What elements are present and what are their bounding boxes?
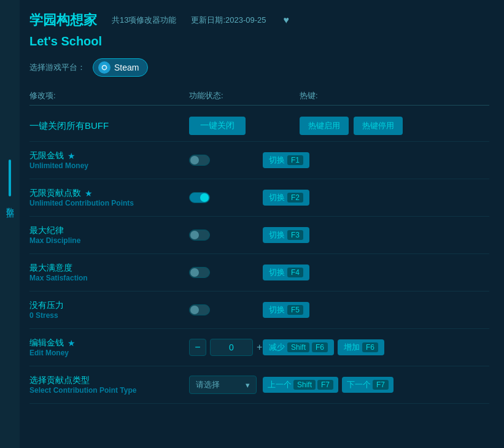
platform-btn-label: Steam <box>114 63 139 72</box>
mod-name-zh-0: 无限金钱★ <box>29 150 189 161</box>
mod-name-en-2: Max Discipline <box>29 236 189 245</box>
buff-action-button[interactable]: 一键关闭 <box>189 117 246 135</box>
th-mod: 修改项: <box>29 90 189 101</box>
mod-row-1: 无限贡献点数★Unlimited Contribution Points切换F2 <box>29 179 489 217</box>
edit-money-increase-hotkey[interactable]: 增加 F6 <box>338 339 384 355</box>
mod-toggle-0[interactable] <box>189 155 210 166</box>
sidebar-bar <box>9 160 11 196</box>
platform-steam-button[interactable]: Steam <box>93 58 148 77</box>
edit-money-input-group: − + <box>189 339 263 356</box>
mod-toggle-4[interactable] <box>189 304 210 315</box>
sidebar-label: 数据 <box>4 201 15 206</box>
mod-toggle-2[interactable] <box>189 230 210 241</box>
buff-hotkey-group: 热键启用 热键停用 <box>300 117 489 135</box>
mod-hotkeys-1: 切换F2 <box>263 190 489 206</box>
mod-row-2: 最大纪律Max Discipline切换F3 <box>29 217 489 254</box>
mod-hotkey-btn-2[interactable]: 切换F3 <box>263 227 309 243</box>
mod-name-zh-1: 无限贡献点数★ <box>29 188 189 199</box>
f6-badge-2: F6 <box>362 342 378 352</box>
mod-toggle-wrap-3 <box>189 267 263 278</box>
mod-hotkeys-4: 切换F5 <box>263 302 489 318</box>
header: 学园构想家 共13项修改器功能 更新日期:2023-09-25 ♥ <box>29 11 489 29</box>
select-contribution-name-block: 选择贡献点类型 Select Contribution Point Type <box>29 375 189 395</box>
f7-badge-1: F7 <box>317 380 333 390</box>
app-subtitle: Let's School <box>29 34 489 48</box>
mod-name-block-2: 最大纪律Max Discipline <box>29 225 189 245</box>
shift-badge-1: Shift <box>287 342 309 352</box>
mod-hotkeys-2: 切换F3 <box>263 227 489 243</box>
mod-toggle-knob-2 <box>190 231 199 239</box>
mod-star-icon-0: ★ <box>68 151 76 161</box>
edit-money-decrease-hotkey[interactable]: 减少 Shift F6 <box>263 339 334 355</box>
mod-name-zh-2: 最大纪律 <box>29 225 189 236</box>
th-hotkey: 热键: <box>300 90 489 101</box>
mod-name-block-1: 无限贡献点数★Unlimited Contribution Points <box>29 188 189 207</box>
shift-badge-2: Shift <box>293 380 316 390</box>
hotkey-enable-button[interactable]: 热键启用 <box>300 117 349 135</box>
mod-key-badge-0: F1 <box>287 155 303 165</box>
contribution-dropdown[interactable]: 请选择 ▾ <box>189 376 257 394</box>
sidebar: 数据 <box>0 0 20 448</box>
hotkey-disable-button[interactable]: 热键停用 <box>354 117 403 135</box>
mod-toggle-wrap-4 <box>189 304 263 315</box>
mod-toggle-1[interactable] <box>189 192 210 203</box>
edit-money-row: 编辑金钱 ★ Edit Money − + 减少 Shift F6 增加 F6 <box>29 329 489 366</box>
app-title: 学园构想家 <box>29 11 97 29</box>
select-contribution-hotkeys: 上一个 Shift F7 下一个 F7 <box>263 377 489 393</box>
chevron-down-icon: ▾ <box>246 380 250 390</box>
mod-name-block-0: 无限金钱★Unlimited Money <box>29 150 189 170</box>
mod-toggle-knob-3 <box>190 268 199 277</box>
select-contribution-select-group: 请选择 ▾ <box>189 376 263 394</box>
mod-name-block-4: 没有压力0 Stress <box>29 300 189 320</box>
mod-row-4: 没有压力0 Stress切换F5 <box>29 292 489 329</box>
mod-rows: 无限金钱★Unlimited Money切换F1无限贡献点数★Unlimited… <box>29 142 489 329</box>
select-contribution-en: Select Contribution Point Type <box>29 386 189 395</box>
mod-name-en-3: Max Satisfaction <box>29 274 189 282</box>
buff-row: 一键关闭所有BUFF 一键关闭 热键启用 热键停用 <box>29 110 489 142</box>
edit-money-name-block: 编辑金钱 ★ Edit Money <box>29 338 189 357</box>
mod-hotkey-btn-0[interactable]: 切换F1 <box>263 152 309 168</box>
mod-hotkeys-3: 切换F4 <box>263 265 489 280</box>
mod-toggle-wrap-2 <box>189 230 263 241</box>
mod-hotkey-btn-3[interactable]: 切换F4 <box>263 265 309 280</box>
mod-name-block-3: 最大满意度Max Satisfaction <box>29 263 189 282</box>
mod-hotkey-btn-4[interactable]: 切换F5 <box>263 302 309 318</box>
mod-name-en-4: 0 Stress <box>29 311 189 320</box>
edit-money-zh: 编辑金钱 ★ <box>29 338 189 349</box>
f7-badge-2: F7 <box>373 380 389 390</box>
header-meta-count: 共13项修改器功能 <box>112 15 176 26</box>
header-update-date: 更新日期:2023-09-25 <box>191 15 266 26</box>
mod-key-badge-2: F3 <box>287 230 303 240</box>
mod-toggle-knob-0 <box>190 156 199 164</box>
mod-row-3: 最大满意度Max Satisfaction切换F4 <box>29 254 489 292</box>
edit-money-input[interactable] <box>210 339 253 356</box>
edit-money-decrease-btn[interactable]: − <box>189 339 206 356</box>
mod-key-badge-4: F5 <box>287 305 303 315</box>
mod-toggle-3[interactable] <box>189 267 210 278</box>
mod-star-icon-1: ★ <box>85 188 93 198</box>
buff-row-name: 一键关闭所有BUFF <box>29 120 189 132</box>
mod-hotkey-btn-1[interactable]: 切换F2 <box>263 190 309 206</box>
prev-contribution-btn[interactable]: 上一个 Shift F7 <box>263 377 338 393</box>
platform-label: 选择游戏平台： <box>29 62 85 73</box>
mod-hotkeys-0: 切换F1 <box>263 152 489 168</box>
mod-name-en-0: Unlimited Money <box>29 161 189 170</box>
mod-toggle-wrap-0 <box>189 155 263 166</box>
select-contribution-zh: 选择贡献点类型 <box>29 375 189 386</box>
mod-name-en-1: Unlimited Contribution Points <box>29 199 189 207</box>
edit-money-hotkeys: 减少 Shift F6 增加 F6 <box>263 339 489 355</box>
mod-toggle-knob-4 <box>190 306 199 314</box>
mod-key-badge-3: F4 <box>287 268 303 277</box>
platform-row: 选择游戏平台： Steam <box>29 58 489 77</box>
mod-name-zh-4: 没有压力 <box>29 300 189 311</box>
th-status: 功能状态: <box>189 90 300 101</box>
next-contribution-btn[interactable]: 下一个 F7 <box>342 377 394 393</box>
mod-key-badge-1: F2 <box>287 193 303 203</box>
heart-icon[interactable]: ♥ <box>284 15 290 26</box>
buff-action-group: 一键关闭 <box>189 117 300 135</box>
mod-toggle-wrap-1 <box>189 192 263 203</box>
edit-money-plus-label: + <box>257 342 262 353</box>
table-header: 修改项: 功能状态: 热键: <box>29 87 489 106</box>
select-contribution-row: 选择贡献点类型 Select Contribution Point Type 请… <box>29 366 489 404</box>
edit-money-star-icon: ★ <box>68 338 76 348</box>
